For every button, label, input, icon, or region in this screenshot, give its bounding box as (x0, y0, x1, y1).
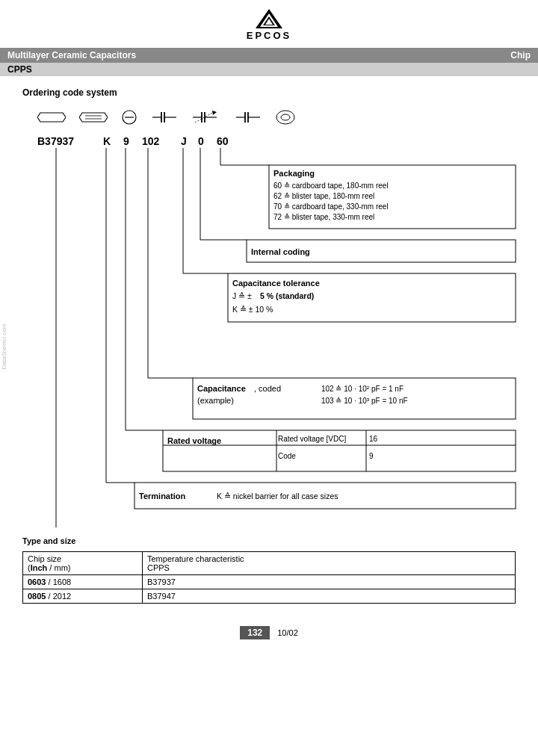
table-row: 0603 / 1608 B37937 (23, 575, 516, 589)
svg-text:60 ≙ cardboard tape, 180-mm re: 60 ≙ cardboard tape, 180-mm reel (273, 182, 389, 190)
svg-text:0: 0 (198, 135, 204, 147)
logo: EPCOS (247, 7, 292, 41)
col2-header-line2: CPPS (147, 563, 170, 572)
svg-marker-5 (79, 113, 108, 122)
chip-label: Chip (510, 50, 531, 61)
type-1: B37937 (143, 575, 516, 589)
chip-size-bold-1: 0603 (28, 577, 46, 586)
svg-text:(example): (example) (197, 396, 234, 405)
watermark: DataSheetU.com (1, 324, 7, 370)
col2-header-line1: Temperature characteristic (147, 554, 244, 563)
logo-text: EPCOS (247, 30, 292, 41)
chip-size-2: / 2012 (49, 592, 72, 601)
page-title: Multilayer Ceramic Capacitors (7, 50, 136, 61)
svg-text:62 ≙ blister tape, 180-mm reel: 62 ≙ blister tape, 180-mm reel (273, 192, 374, 200)
svg-text:Rated voltage: Rated voltage (167, 436, 221, 445)
table-row: 0805 / 2012 B37947 (23, 589, 516, 604)
svg-text:70 ≙ cardboard tape, 330-mm re: 70 ≙ cardboard tape, 330-mm reel (273, 202, 389, 211)
svg-text:16: 16 (369, 435, 378, 443)
svg-text:9: 9 (369, 452, 374, 460)
icons-row (37, 109, 516, 126)
header: EPCOS (0, 0, 538, 48)
svg-text:K: K (103, 135, 111, 147)
col1-header-line2: (Inch / mm) (28, 563, 70, 572)
svg-text:102 ≙ 10 · 10² pF = 1 nF: 102 ≙ 10 · 10² pF = 1 nF (321, 385, 404, 393)
svg-text:Termination: Termination (139, 492, 185, 501)
svg-text:Internal coding: Internal coding (251, 247, 310, 256)
svg-text:K ≙ nickel barrier for all cas: K ≙ nickel barrier for all case sizes (217, 492, 338, 501)
svg-text:Code: Code (278, 452, 296, 460)
svg-text:J ≙ ±: J ≙ ± (232, 291, 252, 300)
svg-marker-4 (37, 113, 66, 122)
title-bar: Multilayer Ceramic Capacitors Chip (0, 48, 538, 63)
svg-text:K ≙ ± 10 %: K ≙ ± 10 % (232, 305, 273, 314)
svg-point-24 (276, 111, 294, 124)
svg-text:Capacitance tolerance: Capacitance tolerance (232, 279, 320, 288)
chip-icon-1 (37, 109, 66, 126)
svg-marker-19 (212, 111, 217, 115)
ordering-diagram: B37937 K 9 102 J 0 60 Packaging 60 ≙ car… (37, 131, 531, 550)
page-number: 132 (240, 626, 270, 639)
type-size-table: Chip size (Inch / mm) Temperature charac… (22, 551, 516, 604)
svg-point-25 (281, 114, 290, 120)
chip-icon-2 (79, 109, 108, 126)
variable-cap-icon (191, 109, 221, 126)
svg-text:Capacitance: Capacitance (197, 384, 246, 393)
svg-text:B37937: B37937 (37, 135, 74, 147)
svg-text:72 ≙ blister tape, 330-mm reel: 72 ≙ blister tape, 330-mm reel (273, 213, 374, 221)
capacitor-icon (151, 109, 178, 126)
svg-text:60: 60 (217, 135, 229, 147)
coil-icon (275, 109, 296, 126)
capacitor2-icon (235, 109, 262, 126)
section-title: Ordering code system (22, 87, 516, 98)
main-content: Ordering code system (0, 76, 538, 615)
svg-text:102: 102 (142, 135, 160, 147)
svg-text:Rated voltage [VDC]: Rated voltage [VDC] (278, 435, 346, 443)
svg-text:J: J (181, 135, 187, 147)
svg-text:103 ≙ 10 · 10³ pF = 10 nF: 103 ≙ 10 · 10³ pF = 10 nF (321, 397, 408, 405)
svg-text:Packaging: Packaging (273, 169, 315, 178)
footer: 132 10/02 (0, 615, 538, 651)
chip-size-1: / 1608 (49, 577, 72, 586)
subtitle-text: CPPS (7, 64, 32, 75)
footer-date: 10/02 (277, 628, 298, 637)
col1-header-line1: Chip size (28, 554, 61, 563)
subtitle-bar: CPPS (0, 63, 538, 76)
svg-text:9: 9 (123, 135, 129, 147)
epcos-logo-icon (254, 7, 284, 30)
chip-size-bold-2: 0805 (28, 592, 46, 601)
type-2: B37947 (143, 589, 516, 604)
svg-text:, coded: , coded (254, 384, 281, 393)
svg-text:5 % (standard): 5 % (standard) (260, 291, 314, 300)
minus-circle-icon (121, 109, 137, 126)
